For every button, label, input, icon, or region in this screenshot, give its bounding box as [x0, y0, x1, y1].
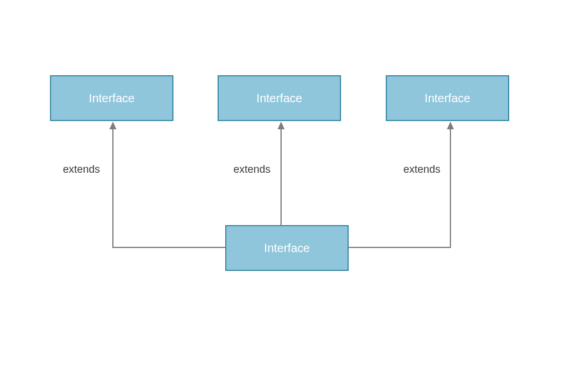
- node-label: Interface: [256, 92, 302, 105]
- interface-node-top-left: Interface: [50, 75, 173, 121]
- svg-marker-0: [109, 122, 116, 129]
- connectors-layer: [0, 0, 588, 382]
- svg-marker-2: [447, 122, 454, 129]
- edge-label-right: extends: [403, 163, 440, 176]
- edge-label-left: extends: [63, 163, 100, 176]
- edge-label-middle: extends: [233, 163, 270, 176]
- node-label: Interface: [264, 242, 310, 255]
- interface-node-top-middle: Interface: [218, 75, 341, 121]
- edge-left: [109, 122, 225, 247]
- edge-middle: [278, 122, 285, 225]
- node-label: Interface: [425, 92, 470, 105]
- interface-node-bottom: Interface: [225, 225, 349, 271]
- interface-node-top-right: Interface: [386, 75, 509, 121]
- diagram-canvas: Interface Interface Interface Interface …: [0, 0, 588, 382]
- svg-marker-1: [278, 122, 285, 129]
- node-label: Interface: [89, 92, 135, 105]
- edge-right: [349, 122, 454, 247]
